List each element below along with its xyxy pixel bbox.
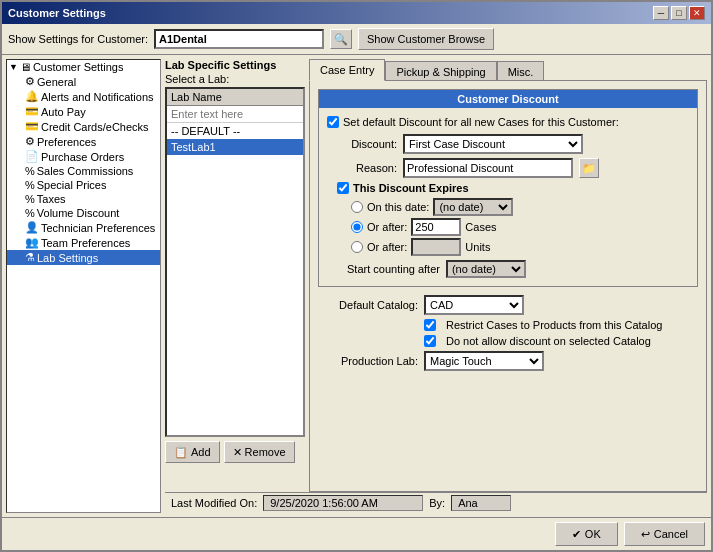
customer-discount-section: Customer Discount Set default Discount f…	[318, 89, 698, 287]
lab-list-section: Lab Specific Settings Select a Lab: Lab …	[165, 59, 305, 492]
lab-list-item-testlab1[interactable]: TestLab1	[167, 139, 303, 155]
sidebar-root-label: Customer Settings	[33, 61, 123, 73]
toolbar: Show Settings for Customer: 🔍 Show Custo…	[2, 24, 711, 55]
lab-search-input[interactable]	[167, 106, 305, 122]
window-title: Customer Settings	[8, 7, 106, 19]
folder-icon: 🖥	[20, 61, 31, 73]
price-icon: %	[25, 179, 35, 191]
expires-checkbox[interactable]	[337, 182, 349, 194]
reason-label: Reason:	[337, 162, 397, 174]
production-lab-select[interactable]: Magic Touch TestLab1	[424, 351, 544, 371]
lab-icon: ⚗	[25, 251, 35, 264]
sidebar-item-root[interactable]: ▼ 🖥 Customer Settings	[7, 60, 160, 74]
or-after-cases-radio[interactable]	[351, 221, 363, 233]
modified-label: Last Modified On:	[171, 497, 257, 509]
sidebar-label-labsettings: Lab Settings	[37, 252, 98, 264]
restrict-row: Restrict Cases to Products from this Cat…	[318, 319, 698, 331]
no-discount-checkbox[interactable]	[424, 335, 436, 347]
by-label: By:	[429, 497, 445, 509]
sidebar-label-volumediscount: Volume Discount	[37, 207, 120, 219]
sidebar-label-technicianprefs: Technician Preferences	[41, 222, 155, 234]
cases-label: Cases	[465, 221, 496, 233]
lab-list-header: Lab Name	[167, 89, 303, 106]
default-catalog-label: Default Catalog:	[318, 299, 418, 311]
cancel-button[interactable]: ↩ Cancel	[624, 522, 705, 546]
discount-section-body: Set default Discount for all new Cases f…	[319, 108, 697, 286]
window-controls: ─ □ ✕	[653, 6, 705, 20]
remove-lab-button[interactable]: ✕ Remove	[224, 441, 295, 463]
sidebar-item-taxes[interactable]: % Taxes	[7, 192, 160, 206]
sidebar-label-po: Purchase Orders	[41, 151, 124, 163]
sidebar-label-sales: Sales Commissions	[37, 165, 134, 177]
maximize-button[interactable]: □	[671, 6, 687, 20]
start-counting-select[interactable]: (no date)	[446, 260, 526, 278]
modified-value: 9/25/2020 1:56:00 AM	[263, 495, 423, 511]
lab-specific-title: Lab Specific Settings	[165, 59, 305, 71]
sidebar-item-preferences[interactable]: ⚙ Preferences	[7, 134, 160, 149]
tab-case-entry[interactable]: Case Entry	[309, 59, 385, 81]
tab-misc[interactable]: Misc.	[497, 61, 545, 81]
tab-pickup-shipping[interactable]: Pickup & Shipping	[385, 61, 496, 81]
discount-select[interactable]: First Case Discount No Discount Standard…	[403, 134, 583, 154]
remove-icon: ✕	[233, 446, 242, 459]
title-bar: Customer Settings ─ □ ✕	[2, 2, 711, 24]
right-panel: Case Entry Pickup & Shipping Misc. Custo…	[309, 59, 707, 492]
footer: ✔ OK ↩ Cancel	[2, 517, 711, 550]
lab-list-item-default[interactable]: -- DEFAULT --	[167, 123, 303, 139]
minimize-button[interactable]: ─	[653, 6, 669, 20]
expires-label: This Discount Expires	[353, 182, 469, 194]
reason-input[interactable]	[403, 158, 573, 178]
tab-bar: Case Entry Pickup & Shipping Misc.	[309, 59, 707, 81]
sidebar-label-autopay: Auto Pay	[41, 106, 86, 118]
sidebar-item-volumediscount[interactable]: % Volume Discount	[7, 206, 160, 220]
by-value: Ana	[451, 495, 511, 511]
tab-content-case-entry: Customer Discount Set default Discount f…	[309, 80, 707, 492]
cancel-icon: ↩	[641, 528, 650, 541]
ok-button[interactable]: ✔ OK	[555, 522, 618, 546]
default-catalog-row: Default Catalog: CAD Standard	[318, 295, 698, 315]
production-lab-label: Production Lab:	[318, 355, 418, 367]
lab-search-row: ✕	[167, 106, 303, 123]
sidebar-item-labsettings[interactable]: ⚗ Lab Settings	[7, 250, 160, 265]
start-counting-row: Start counting after (no date)	[347, 260, 689, 278]
sidebar-item-teamprefs[interactable]: 👥 Team Preferences	[7, 235, 160, 250]
set-default-checkbox[interactable]	[327, 116, 339, 128]
sidebar-item-purchaseorders[interactable]: 📄 Purchase Orders	[7, 149, 160, 164]
on-date-select[interactable]: (no date)	[433, 198, 513, 216]
customer-search-button[interactable]: 🔍	[330, 29, 352, 49]
reason-browse-button[interactable]: 📁	[579, 158, 599, 178]
bottom-section: Default Catalog: CAD Standard Restr	[318, 295, 698, 371]
sidebar-item-autopay[interactable]: 💳 Auto Pay	[7, 104, 160, 119]
sidebar-item-creditcards[interactable]: 💳 Credit Cards/eChecks	[7, 119, 160, 134]
sidebar-item-alerts[interactable]: 🔔 Alerts and Notifications	[7, 89, 160, 104]
units-label: Units	[465, 241, 490, 253]
sidebar-item-specialprices[interactable]: % Special Prices	[7, 178, 160, 192]
on-date-label: On this date:	[367, 201, 429, 213]
restrict-checkbox[interactable]	[424, 319, 436, 331]
on-date-radio[interactable]	[351, 201, 363, 213]
or-after-units-label: Or after:	[367, 241, 407, 253]
sidebar-item-general[interactable]: ⚙ General	[7, 74, 160, 89]
search-icon: 🔍	[334, 33, 348, 46]
default-catalog-select[interactable]: CAD Standard	[424, 295, 524, 315]
cases-value-input[interactable]	[411, 218, 461, 236]
add-lab-button[interactable]: 📋 Add	[165, 441, 220, 463]
sidebar-label-alerts: Alerts and Notifications	[41, 91, 154, 103]
close-button[interactable]: ✕	[689, 6, 705, 20]
discount-row: Discount: First Case Discount No Discoun…	[337, 134, 689, 154]
show-customer-label: Show Settings for Customer:	[8, 33, 148, 45]
sidebar-item-technicianprefs[interactable]: 👤 Technician Preferences	[7, 220, 160, 235]
on-date-row: On this date: (no date)	[351, 198, 689, 216]
no-discount-row: Do not allow discount on selected Catalo…	[318, 335, 698, 347]
team-icon: 👥	[25, 236, 39, 249]
sidebar-item-salescommissions[interactable]: % Sales Commissions	[7, 164, 160, 178]
start-counting-label: Start counting after	[347, 263, 440, 275]
or-after-units-radio[interactable]	[351, 241, 363, 253]
po-icon: 📄	[25, 150, 39, 163]
or-after-units-row: Or after: Units	[351, 238, 689, 256]
sidebar-label-creditcards: Credit Cards/eChecks	[41, 121, 149, 133]
customer-input[interactable]	[154, 29, 324, 49]
show-customer-browse-button[interactable]: Show Customer Browse	[358, 28, 494, 50]
status-bar: Last Modified On: 9/25/2020 1:56:00 AM B…	[165, 492, 707, 513]
units-value-box	[411, 238, 461, 256]
